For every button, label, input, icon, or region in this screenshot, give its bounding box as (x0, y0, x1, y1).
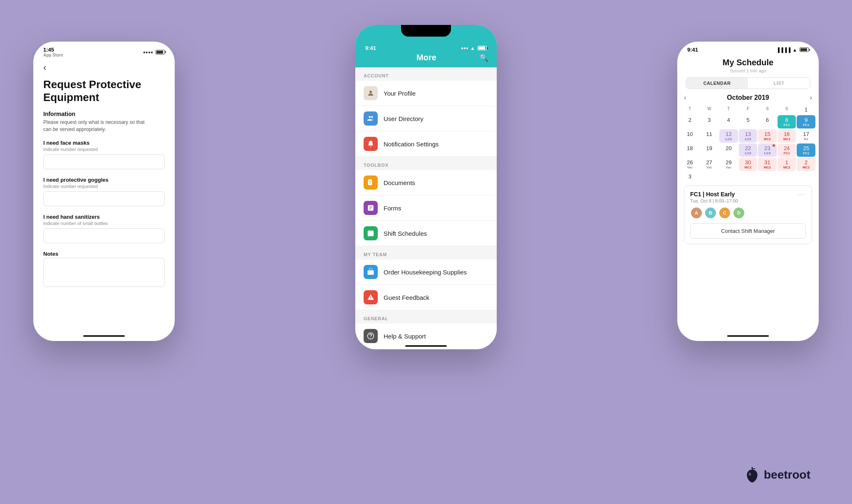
avatar-3: C (718, 207, 731, 219)
cal-day-3[interactable]: 3 (700, 115, 719, 128)
help-support-label: Help & Support (384, 333, 426, 340)
cal-day-17[interactable]: 17fk1 (797, 129, 815, 143)
prev-month-button[interactable]: ‹ (684, 94, 686, 101)
header-title: More (374, 53, 479, 62)
face-masks-group: I need face masks Indicate number reques… (43, 140, 165, 169)
schedule-title: My Schedule (686, 58, 810, 67)
general-section-header: GENERAL (355, 310, 497, 324)
order-housekeeping-label: Order Housekeeping Supplies (384, 269, 467, 276)
calendar-grid: T W T F S S 1 2 3 4 5 6 8FC1 9FC1 10 11 … (677, 105, 819, 181)
goggles-input[interactable] (43, 191, 165, 206)
center-time: 9:41 (365, 45, 376, 51)
info-label: Information (43, 111, 165, 117)
cal-day-4[interactable]: 4 (719, 115, 738, 128)
sanitizers-input[interactable] (43, 228, 165, 243)
cal-day-11[interactable]: 11 (700, 129, 719, 143)
notification-settings-label: Notification Settings (384, 141, 439, 148)
face-masks-input[interactable] (43, 154, 165, 169)
contact-shift-manager-button[interactable]: Contact Shift Manager (690, 223, 806, 239)
event-time: Tue, Oct 8 | 8:00–17:00 (690, 198, 806, 203)
cal-day-1[interactable]: 1 (797, 105, 815, 114)
cal-day-nov1[interactable]: 1MC2 (778, 158, 796, 171)
right-phone: 9:41 ▐▐▐▐ ▲ My Schedule Synced 1 min ago… (677, 42, 819, 341)
sanitizers-label: I need hand sanitizers (43, 214, 165, 220)
avatar-2: B (704, 207, 717, 219)
day-header-s2: S (778, 105, 796, 114)
users-icon (364, 111, 378, 126)
beetroot-logo-icon (744, 467, 760, 483)
cal-day-20[interactable]: 20 (719, 143, 738, 157)
menu-list: ACCOUNT Your Profile User Directory Noti… (355, 67, 497, 349)
cal-day-nov2[interactable]: 2MC2 (797, 158, 815, 171)
cal-day-29[interactable]: 29Vac (719, 158, 738, 171)
cal-day-30[interactable]: 30MC2 (739, 158, 758, 171)
cal-day-12[interactable]: 12LC3 (719, 129, 738, 143)
cal-day-19[interactable]: 19 (700, 143, 719, 157)
shift-schedules-item[interactable]: Shift Schedules (355, 221, 497, 246)
cal-day-31[interactable]: 31MC2 (758, 158, 777, 171)
home-indicator (405, 345, 447, 347)
search-icon[interactable]: 🔍 (479, 53, 488, 62)
documents-item[interactable]: Documents (355, 170, 497, 195)
cal-day-25[interactable]: 25FC1 (797, 143, 815, 157)
bell-icon (364, 137, 378, 151)
cal-day-10[interactable]: 10 (681, 129, 699, 143)
right-time: 9:41 (687, 47, 698, 53)
notes-input[interactable] (43, 258, 165, 287)
about-item[interactable]: About (355, 349, 497, 349)
event-title: FC1 | Host Early (690, 191, 806, 198)
center-status-bar: 9:41 ●●● ▲ (355, 40, 497, 53)
cal-day-13[interactable]: 13LC3 (739, 129, 758, 143)
cal-day-26[interactable]: 26Vac (681, 158, 699, 171)
list-tab[interactable]: LIST (748, 78, 810, 89)
event-avatars: A B C D (690, 207, 806, 219)
notes-group: Notes (43, 251, 165, 287)
home-indicator (83, 335, 125, 337)
day-header-w: W (700, 105, 719, 114)
forms-item[interactable]: Forms (355, 195, 497, 221)
cal-day-16[interactable]: 16MC2 (778, 129, 796, 143)
home-indicator (727, 335, 769, 337)
cal-day-18[interactable]: 18 (681, 143, 699, 157)
notes-label: Notes (43, 251, 165, 257)
account-section-header: ACCOUNT (355, 67, 497, 81)
cal-day-23[interactable]: 23LC3 (758, 143, 777, 157)
cal-day-8[interactable]: 8FC1 (778, 115, 796, 128)
next-month-button[interactable]: › (810, 94, 812, 101)
order-housekeeping-item[interactable]: Order Housekeeping Supplies (355, 259, 497, 285)
housekeep-icon (364, 265, 378, 279)
left-phone: 1:45 App Store ●●●● ‹ Request Protective… (33, 42, 175, 341)
guest-feedback-item[interactable]: Guest Feedback (355, 285, 497, 310)
forms-icon (364, 201, 378, 215)
right-status-bar: 9:41 ▐▐▐▐ ▲ (677, 42, 819, 54)
cal-day-24[interactable]: 24FC1 (778, 143, 796, 157)
more-options-button[interactable]: ··· (798, 191, 806, 198)
schedule-icon (364, 226, 378, 240)
schedule-subtitle: Synced 1 min ago (686, 68, 810, 73)
cal-day-9[interactable]: 9FC1 (797, 115, 815, 128)
documents-label: Documents (384, 179, 415, 186)
beetroot-brand-name: beetroot (764, 468, 810, 482)
cal-day-6[interactable]: 6 (758, 115, 777, 128)
avatar-1: A (690, 207, 703, 219)
notification-settings-item[interactable]: Notification Settings (355, 131, 497, 157)
form-title: Request ProtectiveEquipment (43, 78, 165, 104)
notch (401, 25, 451, 37)
user-directory-item[interactable]: User Directory (355, 106, 497, 131)
calendar-tab[interactable]: CALENDAR (686, 78, 748, 89)
beetroot-logo: beetroot (744, 467, 810, 483)
cal-day-15[interactable]: 15MC2 (758, 129, 777, 143)
cal-day-5[interactable]: 5 (739, 115, 758, 128)
shift-schedules-label: Shift Schedules (384, 230, 427, 237)
face-masks-label: I need face masks (43, 140, 165, 146)
your-profile-item[interactable]: Your Profile (355, 81, 497, 106)
back-button[interactable]: ‹ (43, 62, 165, 73)
event-card: ··· FC1 | Host Early Tue, Oct 8 | 8:00–1… (684, 185, 812, 244)
schedule-header: My Schedule Synced 1 min ago CALENDAR LI… (677, 54, 819, 89)
cal-day-nov3[interactable]: 3 (681, 172, 699, 181)
cal-day-22[interactable]: 22LC3 (739, 143, 758, 157)
cal-day-27[interactable]: 27Vac (700, 158, 719, 171)
center-header: More 🔍 (355, 53, 497, 67)
cal-day-2[interactable]: 2 (681, 115, 699, 128)
goggles-group: I need protective goggles Indicate numbe… (43, 177, 165, 206)
